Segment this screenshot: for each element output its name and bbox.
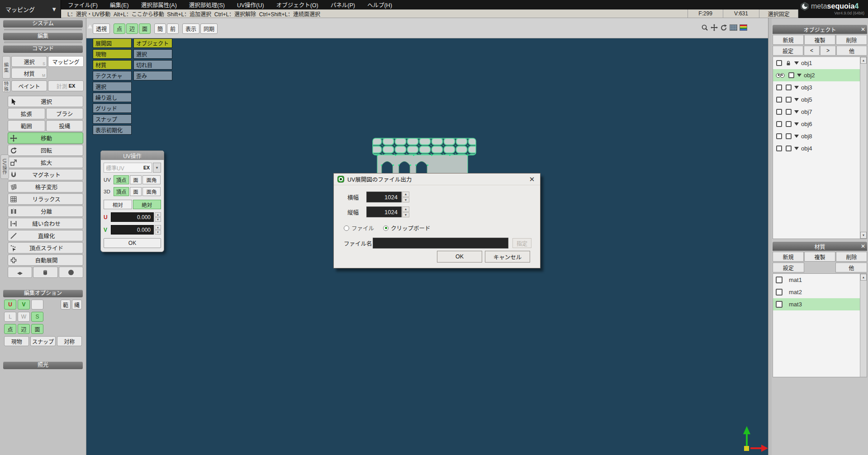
tool-straighten[interactable]: 直線化 (8, 230, 83, 241)
view-sync-button[interactable]: 同期 (200, 23, 218, 34)
object-next-button[interactable]: > (820, 46, 836, 56)
system-panel-header[interactable]: システム (3, 20, 83, 28)
view-face-toggle[interactable]: 面 (139, 23, 151, 34)
mapping-cylinder-button[interactable] (33, 267, 57, 278)
pan-view-icon[interactable] (711, 24, 718, 31)
tool-auto-unwrap[interactable]: 自動展開 (8, 254, 83, 266)
object-row[interactable]: obj3 (773, 81, 860, 94)
overlay-material-toggle[interactable]: 材質 (93, 60, 132, 70)
chevron-down-icon[interactable] (794, 110, 799, 113)
mapping-sphere-button[interactable] (59, 267, 83, 278)
object-new-button[interactable]: 新規 (773, 35, 804, 45)
zoom-view-icon[interactable] (701, 24, 708, 31)
menu-selection-attr[interactable]: 選択部属性(A) (141, 0, 177, 9)
chevron-down-icon[interactable] (794, 86, 799, 89)
option-face-toggle[interactable]: 面 (31, 324, 43, 334)
uv-panel-title[interactable]: UV操作 (101, 151, 164, 160)
u-spinner[interactable]: ▲▼ (155, 212, 161, 222)
view-display-button[interactable]: 表示 (182, 23, 199, 34)
edit-options-header[interactable]: 編集オプション (3, 290, 83, 297)
lighting-panel-header[interactable]: 照光 (3, 361, 83, 369)
tool-select[interactable]: 選択 (8, 96, 83, 107)
edit-panel-header[interactable]: 編集 (3, 33, 83, 40)
uv-preset-combo[interactable]: 標準UV EX (104, 163, 152, 173)
command-panel-header[interactable]: コマンド (3, 45, 83, 53)
uv-panel-ok-button[interactable]: OK (104, 238, 161, 248)
relative-mode-button[interactable]: 相対 (104, 200, 132, 209)
overlay-snap-toggle[interactable]: スナップ (93, 114, 132, 124)
overlay-reset-view-button[interactable]: 表示初期化 (93, 125, 132, 135)
overlay-select-toggle[interactable]: 選択 (93, 82, 132, 91)
checkbox-icon[interactable] (786, 133, 792, 139)
view-point-toggle[interactable]: 点 (114, 23, 125, 34)
checkbox-icon[interactable] (776, 121, 782, 127)
tool-separate[interactable]: 分離 (8, 206, 83, 217)
object-prev-button[interactable]: < (804, 46, 820, 56)
visible-eyes-icon[interactable] (776, 73, 785, 78)
scroll-down-icon[interactable]: ▼ (860, 232, 867, 239)
view-edge-toggle[interactable]: 辺 (126, 23, 138, 34)
uv-face-toggle[interactable]: 面 (130, 175, 142, 184)
checkbox-icon[interactable] (776, 109, 782, 115)
mesh-object[interactable] (370, 137, 479, 174)
selection-lock-button[interactable]: 選択固定 (759, 9, 798, 18)
option-snap-toggle[interactable]: スナップ (30, 336, 55, 346)
object-panel-header[interactable]: オブジェクト ✕ (773, 25, 867, 34)
checkbox-icon[interactable] (786, 121, 792, 127)
option-point-toggle[interactable]: 点 (4, 324, 16, 334)
mode-mapping-button[interactable]: マッピング (48, 56, 84, 67)
option-l-toggle[interactable]: L (4, 312, 16, 322)
height-spinner[interactable]: ▲▼ (402, 206, 409, 217)
tool-lattice[interactable]: 格子変形 (8, 181, 83, 192)
scroll-up-icon[interactable]: ▲ (860, 274, 867, 281)
browse-button[interactable]: 指定 (512, 238, 531, 248)
height-input[interactable]: 1024 (366, 206, 402, 217)
width-input[interactable]: 1024 (366, 192, 402, 202)
overlay-actual-toggle[interactable]: 現物 (93, 49, 132, 59)
close-icon[interactable]: ✕ (859, 26, 867, 33)
tool-move[interactable]: 移動 (8, 132, 83, 144)
material-duplicate-button[interactable]: 複製 (804, 252, 835, 262)
scroll-up-icon[interactable]: ▲ (860, 57, 867, 64)
threed-face-corner-toggle[interactable]: 面角 (142, 187, 161, 196)
mode-select-button[interactable]: 選択S (11, 56, 47, 67)
chevron-down-icon[interactable] (794, 135, 799, 138)
menu-panel[interactable]: パネル(P) (331, 0, 355, 9)
chevron-down-icon[interactable] (794, 98, 799, 101)
mode-material-button[interactable]: 材質M (11, 68, 47, 79)
absolute-mode-button[interactable]: 絶対 (133, 200, 161, 209)
texture-view-thumbnail[interactable] (730, 24, 737, 31)
tool-expand[interactable]: 拡張 (8, 108, 45, 119)
overlay-texture-toggle[interactable]: テクスチャ (93, 71, 132, 80)
view-simple-toggle[interactable]: 簡 (154, 23, 166, 34)
threed-vertex-toggle[interactable]: 頂点 (114, 187, 129, 196)
menu-uv-operation[interactable]: UV操作(U) (237, 0, 264, 9)
v-coordinate-input[interactable]: 0.000 (111, 225, 154, 235)
checkbox-icon[interactable] (786, 145, 792, 151)
menu-object[interactable]: オブジェクト(O) (276, 0, 318, 9)
overlay-object-toggle[interactable]: オブジェクト (133, 38, 172, 48)
tool-scale[interactable]: 拡大 (8, 157, 83, 168)
option-lasso-toggle[interactable]: 縄 (72, 300, 82, 310)
material-swatch[interactable] (776, 289, 783, 296)
file-radio[interactable]: ファイル (344, 224, 374, 232)
material-row[interactable]: mat2 (773, 286, 860, 298)
tool-stitch[interactable]: 縫い合わせ (8, 218, 83, 229)
orbit-view-icon[interactable] (720, 24, 727, 31)
object-list-scrollbar[interactable]: ▲ ▼ (860, 57, 867, 239)
material-row[interactable]: mat1 (773, 274, 860, 286)
close-icon[interactable]: ✕ (859, 243, 867, 249)
cancel-button[interactable]: キャンセル (485, 251, 530, 263)
option-actual-toggle[interactable]: 現物 (4, 336, 29, 346)
overlay-repeat-toggle[interactable]: 繰り返し (93, 93, 132, 102)
material-swatch[interactable] (776, 277, 783, 283)
checkbox-icon[interactable] (786, 109, 792, 115)
view-front-toggle[interactable]: 前 (167, 23, 179, 34)
material-swatch[interactable] (776, 301, 783, 308)
checkbox-icon[interactable] (776, 60, 782, 66)
material-delete-button[interactable]: 削除 (836, 252, 867, 262)
view-perspective-button[interactable]: 透視 (93, 23, 110, 34)
checkbox-icon[interactable] (786, 97, 792, 103)
material-new-button[interactable]: 新規 (773, 252, 804, 262)
mode-selector-dropdown[interactable]: マッピング ▼ (0, 0, 61, 18)
